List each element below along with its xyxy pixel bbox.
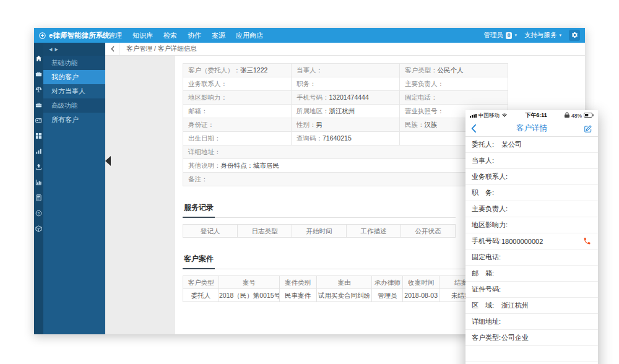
notification-badge: 0 — [506, 32, 513, 39]
chevron-right-icon: ▶ — [54, 47, 58, 52]
section-header: 客户案件 — [183, 253, 483, 269]
service-records-table: 登记人 日志类型 开始时间 工作描述 公开状态 — [183, 224, 456, 238]
phone-row-region[interactable]: 区 域:浙江杭州 — [465, 298, 598, 314]
phone-row-landline[interactable]: 固定电话: — [465, 249, 598, 266]
menu-item-knowledge[interactable]: 知识库 — [132, 31, 153, 40]
form-row: 详细地址： — [183, 145, 508, 159]
field-address: 详细地址： — [183, 145, 508, 159]
sidebar-item-opposing-party[interactable]: 对方当事人 — [43, 84, 105, 98]
phone-row-mobile[interactable]: 手机号码: 18000000002 — [465, 233, 598, 249]
sidebar-group-advanced-functions[interactable]: 高级功能 — [43, 98, 105, 113]
panel-collapse-handle[interactable] — [105, 156, 111, 166]
sidebar-item-my-clients[interactable]: 我的客户 — [43, 70, 105, 84]
menu-item-case-source[interactable]: 案源 — [212, 31, 225, 40]
sidebar-item-all-clients[interactable]: 所有客户 — [43, 113, 105, 127]
form-row: 身份证： 性别：男 民族：汉族 — [183, 118, 508, 132]
svg-text:?: ? — [38, 212, 40, 215]
calculator-icon[interactable] — [35, 194, 42, 201]
phone-mockup: 中国移动 下午6:11 48% 客户详情 — [465, 110, 598, 364]
phone-row-position[interactable]: 职 务: — [465, 185, 598, 201]
phone-row-client-type[interactable]: 客户类型:公司企业 — [465, 330, 598, 346]
breadcrumb-bar: 客户管理 / 客户详细信息 — [105, 43, 585, 56]
status-right: 48% — [565, 112, 594, 119]
support-dropdown[interactable]: 支持与服务 ▾ — [524, 31, 561, 40]
sidebar-group-basic-functions[interactable]: 基础功能 — [43, 56, 105, 70]
field-gender: 性别：男 — [292, 118, 400, 132]
stats-bars-icon[interactable] — [35, 148, 42, 155]
topbar: e律师智能律所系统 管理 知识库 检索 协作 案源 应用商店 管理员 0 ▾ 支… — [34, 28, 585, 43]
settings-button[interactable] — [569, 30, 580, 41]
cell-client-type: 委托人 — [183, 289, 219, 302]
field-mobile: 手机号码：13201474444 — [292, 91, 400, 105]
phone-back-button[interactable] — [471, 124, 477, 133]
back-button[interactable] — [105, 43, 120, 55]
column-header: 工作描述 — [347, 225, 401, 238]
column-header: 案号 — [219, 276, 280, 289]
logo-text: e律师智能律所系统 — [49, 31, 110, 40]
service-records-title: 服务记录 — [183, 202, 215, 218]
field-query-code: 查询码：71640215 — [292, 132, 400, 145]
wifi-icon — [501, 113, 508, 119]
logo-icon — [39, 32, 46, 39]
app-logo[interactable]: e律师智能律所系统 — [34, 31, 108, 40]
help-icon[interactable]: ? — [35, 210, 42, 217]
form-row: 出生日期： 查询码：71640215 — [183, 132, 508, 145]
field-position: 职务： — [292, 77, 400, 91]
field-client-type: 客户类型：公民个人 — [400, 64, 508, 77]
chevron-left-icon — [111, 43, 115, 54]
admin-dropdown[interactable]: 管理员 0 ▾ — [483, 31, 517, 40]
form-row: 备注： — [183, 173, 508, 186]
chart-icon[interactable] — [35, 179, 42, 186]
phone-row-email[interactable]: 邮 箱: — [465, 266, 598, 282]
table-header-row: 客户类型 案号 案件类别 案由 承办律师 收案时间 结案 — [183, 276, 483, 289]
scale-icon[interactable] — [35, 86, 42, 93]
support-label: 支持与服务 — [524, 31, 557, 40]
apps-grid-icon[interactable] — [35, 132, 42, 139]
id-card-icon[interactable] — [35, 117, 42, 124]
cell-accept-date: 2018-08-03 — [403, 289, 439, 302]
phone-row-main-owner[interactable]: 主要负责人: — [465, 201, 598, 217]
field-remark: 备注： — [183, 173, 508, 186]
cell-case-cause: 试用买卖合同纠纷 — [317, 289, 373, 302]
field-birth-date: 出生日期： — [183, 132, 292, 145]
column-header: 收案时间 — [403, 276, 439, 289]
form-row: 业务联系人： 职务： 主要负责人： — [183, 77, 508, 91]
phone-row-region-influence[interactable]: 地区影响力: — [465, 217, 598, 233]
phone-row-business-contact[interactable]: 业务联系人: — [465, 169, 598, 185]
cell-case-category: 民事案件 — [280, 289, 317, 302]
cell-lawyer: 管理员 — [372, 289, 403, 302]
home-icon[interactable] — [35, 55, 42, 62]
menu-item-manage[interactable]: 管理 — [108, 31, 122, 40]
menu-item-collaborate[interactable]: 协作 — [188, 31, 201, 40]
field-party: 当事人： — [292, 64, 400, 77]
upload-icon[interactable] — [35, 163, 42, 170]
phone-row-id-number[interactable]: 证件号码: — [465, 282, 598, 298]
cell-case-number: 2018（民）第0015号 — [219, 289, 280, 302]
caret-down-icon: ▾ — [514, 33, 517, 38]
field-other-note: 其他说明：身份特点：城市居民 — [183, 159, 508, 173]
admin-label: 管理员 — [483, 31, 503, 40]
phone-edit-button[interactable] — [584, 124, 592, 133]
table-row[interactable]: 委托人 2018（民）第0015号 民事案件 试用买卖合同纠纷 管理员 2018… — [183, 289, 483, 302]
toolbox-icon[interactable] — [35, 71, 42, 77]
column-header: 日志类型 — [238, 225, 292, 238]
menu-item-search[interactable]: 检索 — [163, 31, 177, 40]
topbar-menu: 管理 知识库 检索 协作 案源 应用商店 — [108, 31, 263, 40]
form-row: 地区影响力： 手机号码：13201474444 固定电话： — [183, 91, 508, 105]
briefcase-icon[interactable] — [35, 102, 42, 108]
breadcrumb: 客户管理 / 客户详细信息 — [126, 45, 197, 53]
signal-bars-icon — [470, 114, 477, 118]
package-icon[interactable] — [35, 225, 42, 232]
menu-item-app-store[interactable]: 应用商店 — [236, 31, 263, 40]
form-row: 客户（委托人）：张三1222 当事人： 客户类型：公民个人 — [183, 64, 508, 77]
phone-call-icon[interactable] — [583, 237, 591, 246]
sidebar-nav: ◀ ▶ 基础功能 我的客户 对方当事人 高级功能 所有客户 — [43, 43, 105, 334]
phone-row-principal[interactable]: 委托人:某公司 — [465, 137, 598, 153]
orientation-lock-icon — [565, 112, 569, 119]
phone-row-party[interactable]: 当事人: — [465, 153, 598, 169]
column-header: 开始时间 — [292, 225, 347, 238]
sidebar-collapse-control[interactable]: ◀ ▶ — [43, 43, 105, 56]
phone-row-address[interactable]: 详细地址: — [465, 314, 598, 330]
phone-status-bar: 中国移动 下午6:11 48% — [465, 110, 598, 121]
topbar-right: 管理员 0 ▾ 支持与服务 ▾ — [483, 30, 585, 41]
